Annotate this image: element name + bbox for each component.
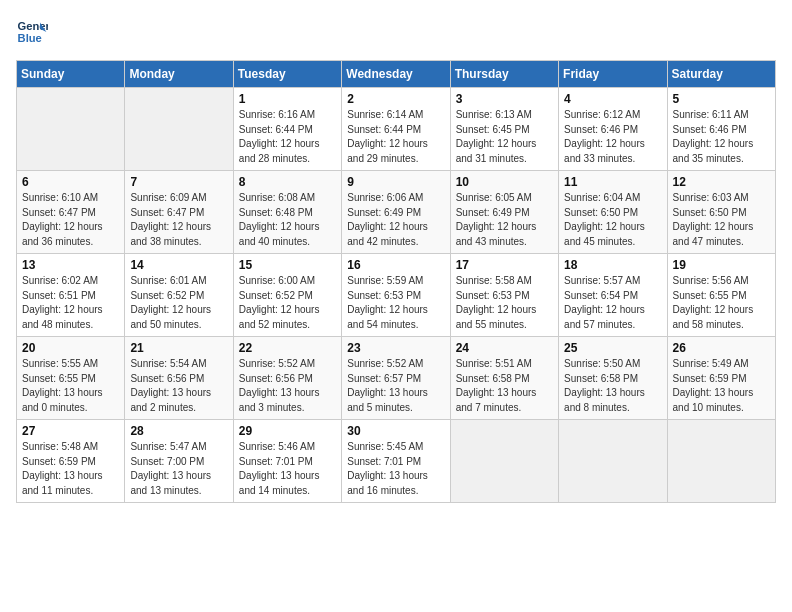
day-number: 22 [239,341,336,355]
day-detail: Sunrise: 6:09 AM Sunset: 6:47 PM Dayligh… [130,191,227,249]
logo-icon: General Blue [16,16,48,48]
calendar-cell: 17Sunrise: 5:58 AM Sunset: 6:53 PM Dayli… [450,254,558,337]
day-number: 21 [130,341,227,355]
day-number: 9 [347,175,444,189]
day-detail: Sunrise: 5:57 AM Sunset: 6:54 PM Dayligh… [564,274,661,332]
header-cell-thursday: Thursday [450,61,558,88]
day-number: 2 [347,92,444,106]
day-detail: Sunrise: 6:12 AM Sunset: 6:46 PM Dayligh… [564,108,661,166]
day-number: 16 [347,258,444,272]
day-number: 23 [347,341,444,355]
calendar-cell: 27Sunrise: 5:48 AM Sunset: 6:59 PM Dayli… [17,420,125,503]
calendar-cell: 7Sunrise: 6:09 AM Sunset: 6:47 PM Daylig… [125,171,233,254]
day-detail: Sunrise: 6:05 AM Sunset: 6:49 PM Dayligh… [456,191,553,249]
calendar-cell: 11Sunrise: 6:04 AM Sunset: 6:50 PM Dayli… [559,171,667,254]
day-number: 20 [22,341,119,355]
day-number: 19 [673,258,770,272]
day-number: 25 [564,341,661,355]
calendar-cell: 16Sunrise: 5:59 AM Sunset: 6:53 PM Dayli… [342,254,450,337]
calendar-week-4: 20Sunrise: 5:55 AM Sunset: 6:55 PM Dayli… [17,337,776,420]
calendar-cell: 1Sunrise: 6:16 AM Sunset: 6:44 PM Daylig… [233,88,341,171]
calendar-cell [667,420,775,503]
calendar-cell: 15Sunrise: 6:00 AM Sunset: 6:52 PM Dayli… [233,254,341,337]
calendar-week-2: 6Sunrise: 6:10 AM Sunset: 6:47 PM Daylig… [17,171,776,254]
day-detail: Sunrise: 5:52 AM Sunset: 6:56 PM Dayligh… [239,357,336,415]
day-number: 29 [239,424,336,438]
header-cell-saturday: Saturday [667,61,775,88]
calendar-cell: 8Sunrise: 6:08 AM Sunset: 6:48 PM Daylig… [233,171,341,254]
day-number: 8 [239,175,336,189]
day-number: 7 [130,175,227,189]
day-detail: Sunrise: 5:50 AM Sunset: 6:58 PM Dayligh… [564,357,661,415]
calendar-cell: 25Sunrise: 5:50 AM Sunset: 6:58 PM Dayli… [559,337,667,420]
day-number: 1 [239,92,336,106]
day-detail: Sunrise: 6:10 AM Sunset: 6:47 PM Dayligh… [22,191,119,249]
calendar-cell: 26Sunrise: 5:49 AM Sunset: 6:59 PM Dayli… [667,337,775,420]
day-detail: Sunrise: 6:02 AM Sunset: 6:51 PM Dayligh… [22,274,119,332]
day-detail: Sunrise: 6:16 AM Sunset: 6:44 PM Dayligh… [239,108,336,166]
day-number: 3 [456,92,553,106]
svg-text:General: General [18,20,48,32]
day-number: 26 [673,341,770,355]
day-detail: Sunrise: 5:54 AM Sunset: 6:56 PM Dayligh… [130,357,227,415]
day-detail: Sunrise: 6:13 AM Sunset: 6:45 PM Dayligh… [456,108,553,166]
day-detail: Sunrise: 6:01 AM Sunset: 6:52 PM Dayligh… [130,274,227,332]
day-number: 6 [22,175,119,189]
header-cell-tuesday: Tuesday [233,61,341,88]
calendar-body: 1Sunrise: 6:16 AM Sunset: 6:44 PM Daylig… [17,88,776,503]
header-cell-friday: Friday [559,61,667,88]
day-detail: Sunrise: 6:08 AM Sunset: 6:48 PM Dayligh… [239,191,336,249]
calendar-cell: 28Sunrise: 5:47 AM Sunset: 7:00 PM Dayli… [125,420,233,503]
calendar-week-1: 1Sunrise: 6:16 AM Sunset: 6:44 PM Daylig… [17,88,776,171]
calendar-cell: 14Sunrise: 6:01 AM Sunset: 6:52 PM Dayli… [125,254,233,337]
calendar-cell: 10Sunrise: 6:05 AM Sunset: 6:49 PM Dayli… [450,171,558,254]
day-number: 4 [564,92,661,106]
header-cell-monday: Monday [125,61,233,88]
calendar-header: SundayMondayTuesdayWednesdayThursdayFrid… [17,61,776,88]
calendar-cell: 24Sunrise: 5:51 AM Sunset: 6:58 PM Dayli… [450,337,558,420]
day-detail: Sunrise: 5:55 AM Sunset: 6:55 PM Dayligh… [22,357,119,415]
day-detail: Sunrise: 5:51 AM Sunset: 6:58 PM Dayligh… [456,357,553,415]
day-number: 11 [564,175,661,189]
calendar-cell: 5Sunrise: 6:11 AM Sunset: 6:46 PM Daylig… [667,88,775,171]
calendar-week-3: 13Sunrise: 6:02 AM Sunset: 6:51 PM Dayli… [17,254,776,337]
calendar-cell [450,420,558,503]
calendar-cell: 23Sunrise: 5:52 AM Sunset: 6:57 PM Dayli… [342,337,450,420]
day-detail: Sunrise: 5:47 AM Sunset: 7:00 PM Dayligh… [130,440,227,498]
day-detail: Sunrise: 6:04 AM Sunset: 6:50 PM Dayligh… [564,191,661,249]
header: General Blue [16,16,776,48]
calendar-cell [559,420,667,503]
header-cell-wednesday: Wednesday [342,61,450,88]
day-detail: Sunrise: 5:59 AM Sunset: 6:53 PM Dayligh… [347,274,444,332]
calendar-cell: 20Sunrise: 5:55 AM Sunset: 6:55 PM Dayli… [17,337,125,420]
day-number: 13 [22,258,119,272]
day-detail: Sunrise: 5:58 AM Sunset: 6:53 PM Dayligh… [456,274,553,332]
calendar-cell: 6Sunrise: 6:10 AM Sunset: 6:47 PM Daylig… [17,171,125,254]
calendar-week-5: 27Sunrise: 5:48 AM Sunset: 6:59 PM Dayli… [17,420,776,503]
calendar-cell [125,88,233,171]
day-number: 10 [456,175,553,189]
day-detail: Sunrise: 6:14 AM Sunset: 6:44 PM Dayligh… [347,108,444,166]
day-detail: Sunrise: 6:00 AM Sunset: 6:52 PM Dayligh… [239,274,336,332]
day-number: 28 [130,424,227,438]
day-number: 14 [130,258,227,272]
calendar-cell: 2Sunrise: 6:14 AM Sunset: 6:44 PM Daylig… [342,88,450,171]
day-number: 12 [673,175,770,189]
calendar-cell: 9Sunrise: 6:06 AM Sunset: 6:49 PM Daylig… [342,171,450,254]
day-detail: Sunrise: 6:11 AM Sunset: 6:46 PM Dayligh… [673,108,770,166]
day-number: 18 [564,258,661,272]
calendar-cell: 30Sunrise: 5:45 AM Sunset: 7:01 PM Dayli… [342,420,450,503]
header-cell-sunday: Sunday [17,61,125,88]
day-detail: Sunrise: 5:56 AM Sunset: 6:55 PM Dayligh… [673,274,770,332]
calendar-cell [17,88,125,171]
logo: General Blue [16,16,52,48]
day-number: 15 [239,258,336,272]
day-detail: Sunrise: 5:52 AM Sunset: 6:57 PM Dayligh… [347,357,444,415]
day-number: 24 [456,341,553,355]
day-detail: Sunrise: 6:06 AM Sunset: 6:49 PM Dayligh… [347,191,444,249]
day-number: 27 [22,424,119,438]
calendar-table: SundayMondayTuesdayWednesdayThursdayFrid… [16,60,776,503]
calendar-cell: 13Sunrise: 6:02 AM Sunset: 6:51 PM Dayli… [17,254,125,337]
day-detail: Sunrise: 5:49 AM Sunset: 6:59 PM Dayligh… [673,357,770,415]
day-detail: Sunrise: 5:45 AM Sunset: 7:01 PM Dayligh… [347,440,444,498]
